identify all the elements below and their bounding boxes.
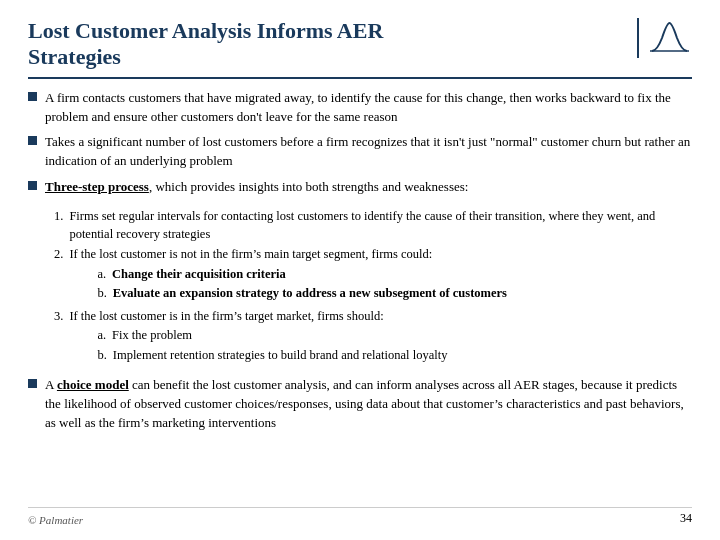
alpha-item-3a: a. Fix the problem: [97, 327, 447, 345]
title-line2: Strategies: [28, 44, 121, 69]
num-label-1: 1.: [54, 208, 63, 226]
num-label-3: 3.: [54, 308, 63, 326]
bullet-text-4: A choice model can benefit the lost cust…: [45, 376, 692, 433]
bullet-item-3: Three-step process, which provides insig…: [28, 178, 692, 197]
choice-model-label: choice model: [57, 377, 129, 392]
numbered-item-3: 3. If the lost customer is in the firm’s…: [54, 308, 692, 367]
alpha-text-2b: Evaluate an expansion strategy to addres…: [113, 285, 507, 303]
title-line1: Lost Customer Analysis Informs AER: [28, 18, 383, 43]
alpha-list-2: a. Change their acquisition criteria b. …: [97, 266, 507, 303]
three-step-process-label: Three-step process: [45, 179, 149, 194]
alpha-list-3: a. Fix the problem b. Implement retentio…: [97, 327, 447, 364]
numbered-list: 1. Firms set regular intervals for conta…: [54, 208, 692, 369]
alpha-text-3b: Implement retention strategies to build …: [113, 347, 448, 365]
alpha-label-2b: b.: [97, 285, 106, 303]
bullet4-prefix: A: [45, 377, 57, 392]
alpha-label-3a: a.: [97, 327, 106, 345]
numbered-text-3-block: If the lost customer is in the firm’s ta…: [69, 308, 447, 367]
slide-container: Lost Customer Analysis Informs AER Strat…: [0, 0, 720, 540]
bullet4-suffix: can benefit the lost customer analysis, …: [45, 377, 684, 430]
bullet-item-4: A choice model can benefit the lost cust…: [28, 376, 692, 433]
logo-divider: [637, 18, 639, 58]
copyright-text: © Palmatier: [28, 514, 83, 526]
bullet-square-4: [28, 379, 37, 388]
numbered-item-2: 2. If the lost customer is not in the fi…: [54, 246, 692, 305]
footer: © Palmatier 34: [28, 507, 692, 526]
alpha-item-3b: b. Implement retention strategies to bui…: [97, 347, 447, 365]
bullet-item-1: A firm contacts customers that have migr…: [28, 89, 692, 127]
content-area: A firm contacts customers that have migr…: [28, 89, 692, 503]
bullet-square-3: [28, 181, 37, 190]
alpha-label-3b: b.: [97, 347, 106, 365]
alpha-item-2a: a. Change their acquisition criteria: [97, 266, 507, 284]
alpha-text-3a: Fix the problem: [112, 327, 192, 345]
header-area: Lost Customer Analysis Informs AER Strat…: [28, 18, 692, 79]
numbered-text-2: If the lost customer is not in the firm’…: [69, 247, 432, 261]
alpha-item-2b: b. Evaluate an expansion strategy to add…: [97, 285, 507, 303]
bullet-square-2: [28, 136, 37, 145]
numbered-text-3: If the lost customer is in the firm’s ta…: [69, 309, 383, 323]
bullet-text-3: Three-step process, which provides insig…: [45, 178, 468, 197]
numbered-text-1: Firms set regular intervals for contacti…: [69, 208, 692, 243]
title-block: Lost Customer Analysis Informs AER Strat…: [28, 18, 637, 71]
three-step-suffix: , which provides insights into both stre…: [149, 179, 469, 194]
numbered-text-2-block: If the lost customer is not in the firm’…: [69, 246, 507, 305]
bullet-text-2: Takes a significant number of lost custo…: [45, 133, 692, 171]
bullet-item-2: Takes a significant number of lost custo…: [28, 133, 692, 171]
bullet-text-1: A firm contacts customers that have migr…: [45, 89, 692, 127]
logo-icon: [647, 18, 692, 56]
numbered-item-1: 1. Firms set regular intervals for conta…: [54, 208, 692, 243]
bullet-square-1: [28, 92, 37, 101]
page-number: 34: [680, 511, 692, 526]
slide-title: Lost Customer Analysis Informs AER Strat…: [28, 18, 637, 71]
header-right: [637, 18, 692, 58]
num-label-2: 2.: [54, 246, 63, 264]
alpha-text-2a: Change their acquisition criteria: [112, 266, 286, 284]
alpha-label-2a: a.: [97, 266, 106, 284]
